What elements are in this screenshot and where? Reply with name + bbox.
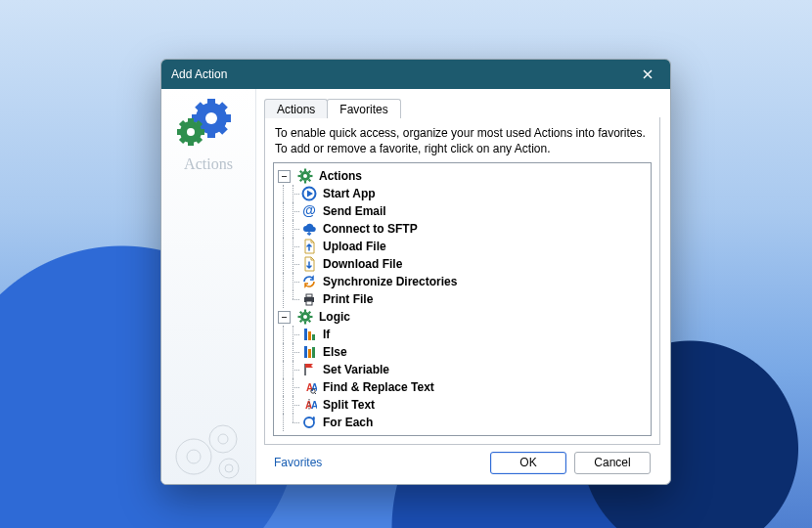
svg-point-20	[176, 439, 211, 474]
tree-group-label: Logic	[319, 310, 350, 324]
svg-text:A: A	[311, 400, 317, 411]
tree-item-label: Else	[323, 345, 347, 359]
bars-else-icon	[301, 344, 317, 360]
svg-line-18	[197, 138, 201, 142]
tree-item[interactable]: Print File	[278, 290, 647, 308]
dialog-title: Add Action	[171, 67, 635, 81]
tree-item[interactable]: Else	[278, 343, 647, 361]
tree-item[interactable]: @Send Email	[278, 202, 647, 220]
sidebar-label: Actions	[184, 155, 233, 173]
svg-line-6	[220, 105, 225, 110]
tree-item-label: Find & Replace Text	[323, 380, 434, 394]
svg-point-19	[187, 128, 195, 136]
svg-rect-40	[306, 294, 312, 297]
actions-logo-icon	[174, 99, 243, 154]
tree-item-label: Print File	[323, 292, 373, 306]
tab-favorites[interactable]: Favorites	[327, 99, 400, 118]
svg-rect-53	[304, 329, 307, 340]
close-button[interactable]	[635, 65, 660, 84]
svg-line-50	[300, 312, 302, 314]
svg-point-24	[219, 459, 239, 478]
sidebar: Actions	[161, 89, 256, 484]
tree-item[interactable]: For Each	[278, 414, 647, 431]
gear-icon	[297, 168, 313, 184]
sync-icon	[301, 274, 317, 289]
main-panel: Actions Favorites To enable quick access…	[256, 89, 670, 484]
svg-point-44	[303, 315, 307, 319]
svg-rect-58	[312, 347, 315, 358]
dialog-footer: Favorites OK Cancel	[264, 445, 660, 484]
decorative-gears-icon	[166, 416, 250, 484]
tree-item[interactable]: Upload File	[278, 238, 647, 255]
svg-line-48	[300, 321, 302, 323]
tab-panel-favorites: To enable quick access, organize your mo…	[264, 117, 660, 445]
loop-icon	[301, 415, 317, 430]
close-icon	[642, 68, 654, 80]
svg-point-9	[205, 112, 217, 124]
aa-search-icon: AA	[301, 379, 317, 395]
expander-minus-icon[interactable]	[278, 170, 291, 183]
favorites-tree[interactable]: ActionsStart App@Send EmailConnect to SF…	[273, 162, 652, 436]
svg-rect-54	[308, 331, 311, 340]
tree-item[interactable]: Start App	[278, 185, 647, 202]
svg-rect-55	[312, 334, 315, 340]
expander-minus-icon[interactable]	[278, 311, 291, 324]
tabstrip: Actions Favorites	[264, 95, 660, 117]
tree-item[interactable]: Connect to SFTP	[278, 220, 647, 238]
tree-item-label: Split Text	[323, 398, 375, 412]
tree-item[interactable]: Download File	[278, 255, 647, 273]
svg-point-25	[225, 464, 233, 472]
tree-item[interactable]: AAFind & Replace Text	[278, 378, 647, 396]
gear-icon	[297, 309, 313, 325]
play-icon	[301, 186, 317, 201]
tab-actions[interactable]: Actions	[264, 99, 328, 118]
svg-text:A: A	[311, 382, 317, 393]
hint-text: To enable quick access, organize your mo…	[275, 125, 650, 156]
tree-group-label: Actions	[319, 169, 362, 183]
svg-line-16	[197, 122, 201, 126]
svg-line-5	[198, 105, 203, 110]
ok-button[interactable]: OK	[490, 452, 566, 474]
svg-line-32	[300, 180, 302, 182]
svg-text:@: @	[302, 203, 316, 218]
bars-if-icon	[301, 327, 317, 342]
tree-item[interactable]: AASplit Text	[278, 396, 647, 414]
cancel-button[interactable]: Cancel	[574, 452, 651, 474]
tree-item-label: Start App	[323, 187, 376, 200]
svg-line-17	[181, 138, 185, 142]
tree-item-label: Send Email	[323, 204, 386, 218]
favorites-link[interactable]: Favorites	[274, 456, 322, 469]
svg-line-8	[220, 127, 225, 132]
svg-point-23	[218, 434, 228, 444]
svg-line-52	[309, 312, 311, 314]
flag-icon	[301, 362, 317, 377]
file-down-icon	[301, 256, 317, 272]
svg-point-22	[209, 425, 237, 453]
tree-item-label: Synchronize Directories	[323, 275, 457, 288]
svg-rect-41	[306, 301, 312, 305]
svg-line-34	[300, 171, 302, 173]
tree-item-label: Download File	[323, 257, 402, 271]
tree-item-label: Set Variable	[323, 363, 389, 376]
svg-rect-56	[304, 346, 307, 358]
cloud-icon	[301, 221, 317, 237]
tree-group[interactable]: Actions	[278, 167, 647, 185]
aa-split-icon: AA	[301, 397, 317, 413]
tree-item-label: For Each	[323, 416, 373, 429]
svg-rect-57	[308, 349, 311, 358]
svg-line-15	[181, 122, 185, 126]
titlebar[interactable]: Add Action	[161, 60, 670, 89]
tree-item[interactable]: Synchronize Directories	[278, 273, 647, 290]
at-icon: @	[301, 203, 317, 219]
svg-line-30	[309, 180, 311, 182]
tree-item[interactable]: If	[278, 326, 647, 343]
tree-item-label: Upload File	[323, 240, 386, 253]
tree-item[interactable]: Set Variable	[278, 361, 647, 378]
svg-line-46	[309, 321, 311, 323]
file-up-icon	[301, 239, 317, 254]
print-icon	[301, 291, 317, 307]
svg-line-36	[309, 171, 311, 173]
tree-item-label: Connect to SFTP	[323, 222, 418, 236]
svg-point-28	[303, 174, 307, 178]
tree-group[interactable]: Logic	[278, 308, 647, 326]
